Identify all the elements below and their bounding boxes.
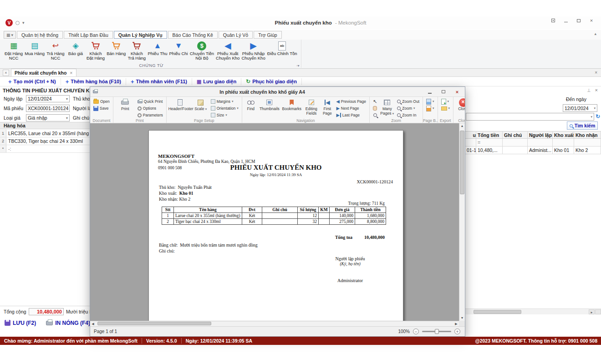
editing-fields-button[interactable]: Editing Fields — [303, 98, 320, 116]
many-pages-button[interactable]: Many Pages ▾ — [379, 98, 395, 116]
ribbon-button-chuyen-tien-noi-bo[interactable]: $ Chuyển Tiền Nội Bộ — [189, 40, 215, 61]
send-email-button[interactable]: ▾ — [440, 105, 452, 111]
ribbon-button-khach-dat-hang[interactable]: Khách Đặt Hàng — [86, 40, 106, 61]
add-employee-button[interactable]: +Thêm nhân viên (F11) — [126, 78, 192, 85]
zoom-in-button[interactable]: + — [454, 329, 460, 334]
ribbon-button-tra-hang-ncc[interactable]: ↩ Trả Hàng NCC — [46, 40, 66, 61]
ribbon-menu-button[interactable]: ▦▾ — [4, 31, 16, 39]
ribbon-button-phieu-chi[interactable]: ▼ Phiếu Chi — [168, 40, 189, 61]
scroll-right-icon[interactable]: ▶ — [453, 321, 459, 326]
quick-print-button[interactable]: Quick Print — [136, 98, 164, 105]
zoom-in-button[interactable]: Zoom In — [396, 112, 421, 118]
row-selector[interactable]: 1 — [0, 130, 6, 137]
warehouse-filter-input[interactable]: ▾ — [466, 113, 594, 121]
quick-access-icon[interactable] — [15, 21, 20, 25]
save-button[interactable]: LƯU (F2) — [5, 320, 36, 326]
column-header-nguoi-lap[interactable]: Người lập — [528, 131, 553, 139]
create-new-button[interactable]: +Tạo mới (Ctrl + N) — [4, 78, 61, 85]
next-page-button[interactable]: ▶Next Page — [335, 105, 367, 111]
hot-print-button[interactable]: IN NÓNG (F4) — [46, 320, 90, 326]
size-button[interactable]: Size▾ — [209, 112, 240, 118]
find-button[interactable]: Find — [244, 98, 258, 111]
header-footer-button[interactable]: Header/Footer — [168, 98, 192, 111]
panel-close-icon[interactable]: × — [595, 87, 598, 93]
dialog-minimize-icon[interactable] — [427, 89, 433, 95]
pin-icon[interactable]: ⊤ — [587, 88, 591, 93]
den-ngay-input[interactable]: 12/01/2024▾ — [563, 104, 597, 112]
orientation-button[interactable]: Orientation▾ — [209, 105, 240, 111]
row-selector[interactable]: 2 — [0, 137, 6, 145]
zoom-out-button[interactable]: − — [413, 329, 419, 334]
options-button[interactable]: Options — [136, 105, 164, 111]
horizontal-scrollbar[interactable]: ▸ — [465, 308, 601, 314]
filter-operator[interactable]: = — [476, 139, 503, 147]
zoom-slider-thumb[interactable] — [435, 329, 439, 334]
ribbon-button-mua-hang[interactable]: ▤ Mua Hàng — [24, 40, 46, 61]
quick-access-dropdown-icon[interactable]: ▾ — [22, 20, 25, 25]
tab-bao-cao-thong-ke[interactable]: Báo Cáo Thống Kê — [168, 31, 218, 39]
scrollbar-thumb[interactable] — [474, 310, 521, 314]
dialog-maximize-icon[interactable] — [440, 89, 447, 95]
refresh-icon[interactable]: ↻ — [596, 113, 600, 120]
margins-button[interactable]: Margins▾ — [209, 98, 240, 105]
thumbnails-button[interactable]: Thumbnails — [259, 98, 280, 111]
preview-horizontal-scrollbar[interactable]: ◀ ▶ — [90, 321, 459, 326]
scale-button[interactable]: Scale ▾ — [193, 98, 209, 111]
last-page-button[interactable]: ▶Last Page — [335, 112, 367, 118]
column-header-ghi-chu[interactable]: Ghi chú — [503, 131, 528, 139]
tabbar-close-icon[interactable]: × — [595, 70, 597, 75]
scroll-right-icon[interactable]: ▸ — [589, 309, 595, 314]
ribbon-button-phieu-xuat-chuyen-kho[interactable]: ◀ Phiếu Xuất Chuyển Kho — [215, 40, 240, 61]
ribbon-button-khach-tra-hang[interactable]: Khách Trả Hàng — [127, 40, 147, 61]
export-document-button[interactable]: ▾ — [440, 98, 452, 105]
column-header-partial[interactable]: u — [465, 131, 476, 139]
column-header-kho-xuat[interactable]: Kho xuất — [553, 131, 574, 139]
ribbon-group-launcher-icon[interactable]: ◦▾ — [296, 64, 300, 68]
loai-gia-input[interactable]: Giá nhập▾ — [26, 114, 70, 121]
zoom-out-button[interactable]: Zoom Out — [396, 98, 421, 105]
close-all-tabs-icon[interactable]: × — [3, 70, 9, 76]
tab-phieu-xuat-chuyen-kho[interactable]: Phiếu xuất chuyển kho × — [11, 69, 76, 76]
ribbon-collapse-icon[interactable]: ▴ — [594, 31, 596, 36]
watermark-button[interactable]: ▾ — [425, 98, 436, 105]
zoom-button[interactable]: Zoom▾ — [396, 105, 421, 111]
search-button[interactable]: Tìm kiếm — [567, 121, 598, 130]
ribbon-button-phieu-thu[interactable]: ▲ Phiếu Thu — [147, 40, 168, 61]
column-header-tong-tien[interactable]: Tổng tiền — [476, 131, 503, 139]
results-grid-filter-row[interactable]: = — [465, 139, 601, 147]
hand-tool-button[interactable] — [372, 105, 378, 111]
scroll-down-icon[interactable]: ▼ — [459, 315, 465, 321]
scroll-left-icon[interactable]: ◀ — [90, 321, 96, 326]
ngay-lap-input[interactable]: 12/01/2024▾ — [26, 95, 70, 102]
tab-close-icon[interactable]: × — [70, 70, 72, 76]
bookmarks-button[interactable]: Bookmarks — [281, 98, 302, 111]
scrollbar-thumb[interactable] — [97, 322, 211, 325]
first-page-button[interactable]: ◀First Page — [321, 98, 334, 116]
add-item-button[interactable]: +Thêm hàng hóa (F10) — [61, 78, 126, 85]
save-button[interactable]: Save — [92, 105, 111, 111]
zoom-slider[interactable] — [422, 331, 451, 332]
page-color-button[interactable]: ▾ — [425, 105, 436, 111]
open-button[interactable]: Open — [92, 98, 111, 105]
fullscreen-icon[interactable] — [550, 18, 556, 23]
scroll-up-icon[interactable]: ▲ — [459, 123, 465, 129]
save-layout-button[interactable]: ▦Lưu giao diện — [192, 78, 241, 85]
dialog-close-icon[interactable]: × — [454, 89, 460, 95]
preview-vertical-scrollbar[interactable]: ▲ ▼ — [459, 123, 465, 321]
dialog-titlebar[interactable]: In phiếu xuất chuyển kho khổ giấy A4 × — [90, 87, 465, 97]
ribbon-button-phieu-nhap-chuyen-kho[interactable]: ▶ Phiếu Nhập Chuyển Kho — [240, 40, 266, 61]
magnifier-tool-button[interactable] — [372, 112, 378, 118]
maximize-icon[interactable] — [576, 18, 582, 23]
ribbon-button-bao-gia[interactable]: ◈ Báo giá — [66, 40, 86, 61]
tab-quan-ly-nghiep-vu[interactable]: Quản Lý Nghiệp Vụ — [114, 31, 167, 39]
pointer-tool-button[interactable]: ↖ — [372, 98, 378, 105]
previous-page-button[interactable]: ◀Previous Page — [335, 98, 367, 105]
tab-thiet-lap-ban-dau[interactable]: Thiết Lập Ban Đầu — [64, 31, 113, 39]
restore-layout-button[interactable]: ↻Phục hồi giao diện — [241, 78, 302, 85]
tab-tro-giup[interactable]: Trợ Giúp — [254, 31, 282, 39]
close-icon[interactable]: × — [588, 18, 595, 23]
scrollbar-thumb[interactable] — [460, 131, 464, 194]
column-header-kho-nhan[interactable]: Kho nhận — [574, 131, 601, 139]
ribbon-button-dieu-chinh-ton[interactable]: ab Điều Chỉnh Tồn — [266, 40, 298, 61]
print-button[interactable]: Print — [115, 98, 135, 111]
